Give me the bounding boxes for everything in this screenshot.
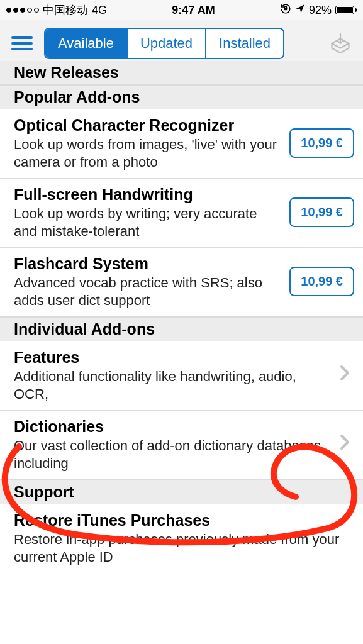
section-popular: Popular Add-ons	[0, 85, 363, 109]
location-icon	[295, 4, 305, 17]
row-main: Flashcard System Advanced vocab practice…	[14, 254, 281, 309]
row-handwriting[interactable]: Full-screen Handwriting Look up words by…	[0, 179, 363, 248]
tab-updated[interactable]: Updated	[128, 29, 206, 58]
chevron-right-icon	[339, 364, 354, 386]
status-right: 92%	[280, 3, 357, 18]
network-label: 4G	[92, 4, 107, 17]
orientation-lock-icon	[280, 3, 291, 18]
addon-list: New Releases Popular Add-ons Optical Cha…	[0, 61, 363, 573]
battery-icon	[335, 6, 357, 14]
row-dictionaries[interactable]: Dictionaries Our vast collection of add-…	[0, 411, 363, 480]
status-bar: 中国移动 4G 9:47 AM 92%	[0, 0, 363, 20]
row-main: Features Additional functionality like h…	[14, 348, 330, 402]
row-title: Restore iTunes Purchases	[14, 511, 354, 530]
carrier-label: 中国移动	[43, 3, 88, 18]
price-button[interactable]: 10,99 €	[289, 267, 354, 296]
chevron-right-icon	[339, 433, 354, 455]
clock: 9:47 AM	[172, 4, 215, 17]
row-title: Optical Character Recognizer	[14, 116, 281, 135]
section-support: Support	[0, 480, 363, 504]
svg-rect-0	[284, 8, 288, 10]
row-title: Flashcard System	[14, 254, 281, 273]
menu-icon[interactable]	[11, 36, 33, 50]
row-ocr[interactable]: Optical Character Recognizer Look up wor…	[0, 109, 363, 179]
signal-strength-icon	[6, 8, 39, 13]
row-desc: Additional functionality like handwritin…	[14, 368, 330, 402]
row-desc: Advanced vocab practice with SRS; also a…	[14, 274, 281, 309]
segmented-control: Available Updated Installed	[44, 28, 284, 59]
row-flashcards[interactable]: Flashcard System Advanced vocab practice…	[0, 248, 363, 317]
tab-installed[interactable]: Installed	[206, 29, 283, 58]
price-button[interactable]: 10,99 €	[289, 197, 354, 227]
row-main: Full-screen Handwriting Look up words by…	[14, 185, 281, 240]
row-desc: Look up words by writing; very accurate …	[14, 205, 281, 240]
status-left: 中国移动 4G	[6, 3, 107, 18]
row-desc: Restore in-app purchases previously made…	[14, 531, 354, 565]
battery-percent: 92%	[309, 4, 332, 17]
price-button[interactable]: 10,99 €	[289, 128, 354, 158]
row-title: Full-screen Handwriting	[14, 185, 281, 204]
tab-available[interactable]: Available	[45, 29, 128, 58]
row-desc: Look up words from images, 'live' with y…	[14, 136, 281, 170]
section-individual: Individual Add-ons	[0, 317, 363, 341]
download-icon[interactable]	[329, 32, 352, 55]
row-features[interactable]: Features Additional functionality like h…	[0, 341, 363, 411]
row-main: Restore iTunes Purchases Restore in-app …	[14, 511, 354, 565]
row-title: Features	[14, 348, 330, 367]
section-new-releases: New Releases	[0, 61, 363, 85]
row-main: Dictionaries Our vast collection of add-…	[14, 417, 330, 472]
row-main: Optical Character Recognizer Look up wor…	[14, 116, 281, 170]
row-desc: Our vast collection of add-on dictionary…	[14, 437, 330, 472]
row-restore[interactable]: Restore iTunes Purchases Restore in-app …	[0, 504, 363, 573]
row-title: Dictionaries	[14, 417, 330, 436]
